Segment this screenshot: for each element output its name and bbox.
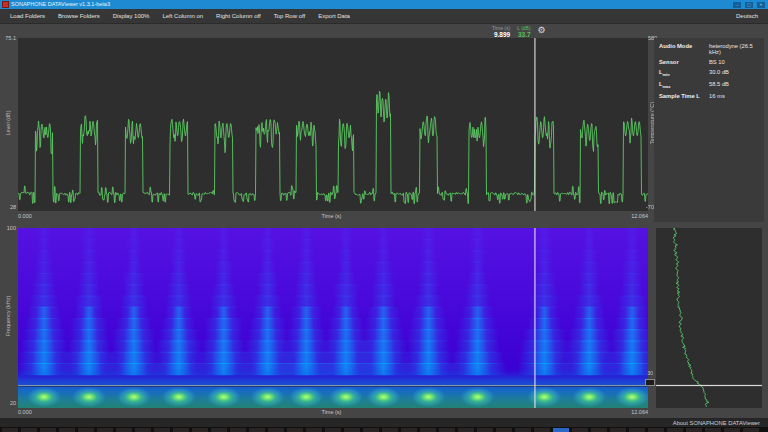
menu-item-load-folders[interactable]: Load Folders: [10, 13, 45, 19]
window-controls: – ▢ ✕: [733, 2, 765, 8]
menu-item-right-column-off[interactable]: Right Column off: [216, 13, 261, 19]
taskbar-segment[interactable]: [610, 428, 626, 432]
freq-axis-label: Frequency (kHz): [5, 281, 11, 351]
taskbar-segment[interactable]: [515, 428, 531, 432]
info-row: Lmax58.5 dB: [659, 81, 759, 89]
taskbar-segment[interactable]: [534, 428, 550, 432]
taskbar-segment[interactable]: [401, 428, 417, 432]
frequency-marker-tick: 30: [643, 370, 653, 376]
menubar: Load FoldersBrowse FoldersDisplay 100%Le…: [0, 9, 768, 24]
spectrogram-x-min-tick: 0.000: [18, 409, 32, 415]
statusbar: About SONAPHONE DATAViewer: [0, 418, 768, 427]
taskbar-segment[interactable]: [458, 428, 474, 432]
taskbar-segment[interactable]: [192, 428, 208, 432]
taskbar-segment[interactable]: [591, 428, 607, 432]
taskbar-segment[interactable]: [97, 428, 113, 432]
gear-icon[interactable]: ⚙: [538, 25, 546, 36]
taskbar-segment[interactable]: [705, 428, 721, 432]
taskbar-segment[interactable]: [249, 428, 265, 432]
spectrum-chart[interactable]: [656, 228, 762, 408]
window-titlebar[interactable]: SONAPHONE DATAViewer v1.3.1-beta3 – ▢ ✕: [0, 0, 768, 9]
taskbar-segment[interactable]: [2, 428, 18, 432]
taskbar-segment[interactable]: [173, 428, 189, 432]
taskbar-segment[interactable]: [116, 428, 132, 432]
level-chart-x-axis: 0.000 Time (s) 12.064: [18, 213, 648, 219]
info-row-value: heterodyne (26.5 kHz): [709, 43, 759, 55]
spectrogram-x-axis-label: Time (s): [321, 409, 341, 415]
app-icon: [2, 1, 9, 8]
level-x-axis-label: Time (s): [321, 213, 341, 219]
spectrogram-x-axis: 0.000 Time (s) 12.064: [18, 409, 648, 415]
close-icon[interactable]: ✕: [757, 2, 765, 8]
taskbar-segment[interactable]: [268, 428, 284, 432]
info-row-value: 30.0 dB: [709, 69, 759, 77]
minimize-icon[interactable]: –: [733, 2, 741, 8]
freq-axis-min-tick: 20: [2, 400, 16, 406]
taskbar-strip: [0, 427, 768, 432]
taskbar-segment[interactable]: [325, 428, 341, 432]
taskbar-segment[interactable]: [21, 428, 37, 432]
info-row: Lmin30.0 dB: [659, 69, 759, 77]
menu-item-export-data[interactable]: Export Data: [318, 13, 350, 19]
menu-item-left-column-on[interactable]: Left Column on: [162, 13, 203, 19]
level-readout: L (dB) 33.7: [517, 25, 530, 39]
about-link[interactable]: About SONAPHONE DATAViewer: [673, 420, 760, 426]
menu-item-browse-folders[interactable]: Browse Folders: [58, 13, 100, 19]
taskbar-segment[interactable]: [211, 428, 227, 432]
level-axis-min-tick: 28: [2, 204, 16, 210]
info-row-label: Sample Time L: [659, 93, 709, 99]
taskbar-segment[interactable]: [572, 428, 588, 432]
info-row-label: Lmax: [659, 81, 709, 89]
taskbar-segment[interactable]: [420, 428, 436, 432]
info-row: Sample Time L16 ms: [659, 93, 759, 99]
taskbar-segment[interactable]: [724, 428, 740, 432]
taskbar-segment[interactable]: [496, 428, 512, 432]
taskbar-segment[interactable]: [667, 428, 683, 432]
menu-item-top-row-off[interactable]: Top Row off: [274, 13, 306, 19]
level-axis-label: Level (dB): [5, 88, 11, 158]
taskbar-segment[interactable]: [382, 428, 398, 432]
taskbar-segment[interactable]: [648, 428, 664, 432]
taskbar-segment[interactable]: [363, 428, 379, 432]
cursor-readout: Time (s) 9.899 L (dB) 33.7 ⚙: [492, 25, 546, 39]
taskbar-segment[interactable]: [78, 428, 94, 432]
taskbar-segment[interactable]: [743, 428, 759, 432]
taskbar-segment[interactable]: [59, 428, 75, 432]
window-title: SONAPHONE DATAViewer v1.3.1-beta3: [11, 0, 110, 9]
maximize-icon[interactable]: ▢: [745, 2, 753, 8]
taskbar-segment[interactable]: [439, 428, 455, 432]
freq-axis-max-tick: 100: [2, 225, 16, 231]
taskbar-segment[interactable]: [686, 428, 702, 432]
info-row-value: BS 10: [709, 59, 759, 65]
info-row: SensorBS 10: [659, 59, 759, 65]
taskbar-segment[interactable]: [553, 428, 569, 432]
level-x-max-tick: 12.064: [631, 213, 648, 219]
menu-item-deutsch[interactable]: Deutsch: [736, 13, 758, 19]
menu-items: Load FoldersBrowse FoldersDisplay 100%Le…: [10, 13, 350, 19]
frequency-marker-badge[interactable]: [645, 379, 655, 386]
level-axis-max-tick: 75.1: [2, 35, 16, 41]
info-row-value: 16 ms: [709, 93, 759, 99]
spectrogram-x-max-tick: 12.064: [631, 409, 648, 415]
taskbar-segment[interactable]: [629, 428, 645, 432]
taskbar-segment[interactable]: [135, 428, 151, 432]
info-row-value: 58.5 dB: [709, 81, 759, 89]
level-x-min-tick: 0.000: [18, 213, 32, 219]
measurement-info-panel: Audio Modeheterodyne (26.5 kHz)SensorBS …: [654, 38, 764, 222]
taskbar-segment[interactable]: [477, 428, 493, 432]
taskbar-segment[interactable]: [287, 428, 303, 432]
taskbar-segment[interactable]: [40, 428, 56, 432]
time-readout: Time (s) 9.899: [492, 25, 510, 39]
level-time-chart[interactable]: [18, 38, 648, 211]
info-row-label: Lmin: [659, 69, 709, 77]
info-row: Audio Modeheterodyne (26.5 kHz): [659, 43, 759, 55]
taskbar-segment[interactable]: [230, 428, 246, 432]
spectrogram-chart[interactable]: [18, 228, 648, 408]
info-row-label: Sensor: [659, 59, 709, 65]
menu-item-display-100-[interactable]: Display 100%: [113, 13, 150, 19]
info-row-label: Audio Mode: [659, 43, 709, 55]
taskbar-segment[interactable]: [344, 428, 360, 432]
taskbar-segment[interactable]: [154, 428, 170, 432]
taskbar-segment[interactable]: [306, 428, 322, 432]
